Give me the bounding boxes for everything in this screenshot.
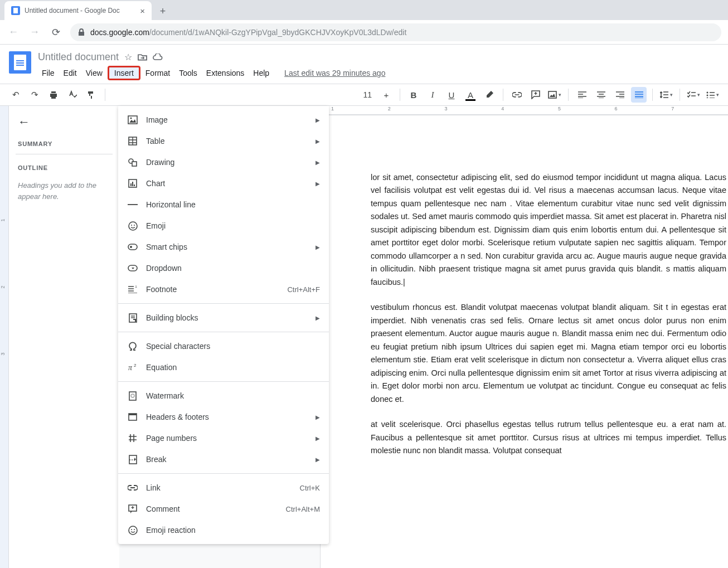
svg-point-29 bbox=[134, 529, 135, 530]
docs-logo[interactable] bbox=[9, 51, 31, 74]
checklist-button[interactable] bbox=[686, 87, 701, 103]
new-tab-button[interactable]: + bbox=[155, 3, 171, 19]
docs-favicon bbox=[11, 6, 20, 15]
browser-tab[interactable]: Untitled document - Google Doc × bbox=[4, 1, 152, 20]
paint-format-button[interactable] bbox=[84, 87, 99, 103]
menu-item-label: Chart bbox=[146, 179, 311, 188]
highlight-button[interactable] bbox=[482, 87, 497, 103]
underline-button[interactable]: U bbox=[444, 87, 459, 103]
menu-item-drawing[interactable]: Drawing▶ bbox=[118, 152, 329, 173]
menu-edit[interactable]: Edit bbox=[60, 66, 81, 80]
paragraph-text: vestibulum rhoncus est. Blandit volutpat… bbox=[371, 301, 726, 406]
menu-item-dropdown[interactable]: Dropdown bbox=[118, 258, 329, 279]
menu-item-comment[interactable]: CommentCtrl+Alt+M bbox=[118, 498, 329, 520]
menu-item-link[interactable]: LinkCtrl+K bbox=[118, 477, 329, 498]
menu-item-chart[interactable]: Chart▶ bbox=[118, 173, 329, 194]
svg-point-11 bbox=[129, 222, 137, 230]
close-tab-icon[interactable]: × bbox=[140, 6, 145, 16]
menu-item-emoji[interactable]: Emoji bbox=[118, 215, 329, 236]
print-button[interactable] bbox=[46, 87, 61, 103]
text-color-button[interactable]: A bbox=[463, 87, 478, 103]
back-button[interactable]: ← bbox=[7, 26, 20, 38]
svg-point-2 bbox=[706, 95, 708, 96]
menu-item-equation[interactable]: π2Equation bbox=[118, 357, 329, 378]
menu-tools[interactable]: Tools bbox=[175, 66, 201, 80]
align-left-button[interactable] bbox=[574, 87, 590, 103]
forward-button[interactable]: → bbox=[28, 26, 41, 38]
document-title[interactable]: Untitled document bbox=[38, 51, 119, 63]
menu-item-emoji-reaction[interactable]: Emoji reaction bbox=[118, 520, 329, 541]
move-icon[interactable] bbox=[138, 53, 147, 61]
menu-item-building-blocks[interactable]: Building blocks▶ bbox=[118, 307, 329, 328]
font-size-input[interactable]: 11 bbox=[360, 87, 375, 103]
menu-file[interactable]: File bbox=[38, 66, 59, 80]
menu-item-label: Horizontal line bbox=[146, 200, 320, 209]
insert-image-button[interactable] bbox=[547, 87, 562, 103]
menu-item-image[interactable]: Image▶ bbox=[118, 109, 329, 130]
undo-button[interactable]: ↶ bbox=[8, 87, 23, 103]
address-bar-row: ← → ⟳ docs.google.com/document/d/1wANQki… bbox=[0, 20, 728, 45]
toolbar-separator bbox=[568, 89, 569, 101]
insert-link-button[interactable] bbox=[509, 87, 525, 103]
bold-button[interactable]: B bbox=[406, 87, 421, 103]
font-size-increase[interactable]: + bbox=[378, 87, 394, 103]
outline-heading: OUTLINE bbox=[18, 164, 113, 171]
tab-strip: Untitled document - Google Doc × + bbox=[0, 0, 728, 20]
star-icon[interactable]: ☆ bbox=[124, 52, 132, 62]
svg-point-15 bbox=[130, 246, 132, 248]
menu-format[interactable]: Format bbox=[142, 66, 174, 80]
align-justify-button[interactable] bbox=[631, 87, 647, 103]
submenu-arrow-icon: ▶ bbox=[316, 117, 320, 123]
collapse-sidebar-button[interactable]: ← bbox=[18, 115, 113, 129]
menu-insert[interactable]: Insert bbox=[108, 66, 140, 80]
equation-icon: π2 bbox=[127, 362, 138, 373]
menu-item-footnote[interactable]: 1FootnoteCtrl+Alt+F bbox=[118, 279, 329, 300]
toolbar-separator bbox=[680, 89, 680, 101]
image-icon bbox=[127, 114, 138, 125]
last-edit-link[interactable]: Last edit was 29 minutes ago bbox=[284, 69, 385, 77]
menu-shortcut: Ctrl+Alt+F bbox=[287, 285, 320, 294]
cloud-status-icon[interactable] bbox=[153, 54, 163, 61]
menu-item-break[interactable]: Break▶ bbox=[118, 449, 329, 470]
menu-shortcut: Ctrl+Alt+M bbox=[286, 505, 320, 513]
align-center-button[interactable] bbox=[593, 87, 609, 103]
menu-item-label: Table bbox=[146, 137, 311, 145]
pagenum-icon bbox=[127, 433, 138, 444]
menu-item-table[interactable]: Table▶ bbox=[118, 130, 329, 152]
menu-extensions[interactable]: Extensions bbox=[202, 66, 248, 80]
reload-button[interactable]: ⟳ bbox=[49, 26, 62, 38]
menu-item-label: Headers & footers bbox=[146, 412, 311, 421]
reaction-icon bbox=[127, 525, 138, 536]
svg-text:π: π bbox=[128, 363, 133, 372]
menu-item-watermark[interactable]: Watermark bbox=[118, 385, 329, 406]
menu-help[interactable]: Help bbox=[249, 66, 273, 80]
bulleted-list-button[interactable] bbox=[705, 87, 720, 103]
menu-view[interactable]: View bbox=[82, 66, 106, 80]
add-comment-button[interactable] bbox=[528, 87, 543, 103]
menu-item-label: Link bbox=[146, 483, 300, 492]
italic-button[interactable]: I bbox=[425, 87, 440, 103]
menu-item-page-numbers[interactable]: Page numbers▶ bbox=[118, 428, 329, 449]
submenu-arrow-icon: ▶ bbox=[316, 138, 320, 144]
menu-shortcut: Ctrl+K bbox=[300, 484, 320, 492]
toolbar-separator bbox=[400, 89, 400, 101]
table-icon bbox=[127, 135, 138, 147]
menu-item-smart-chips[interactable]: Smart chips▶ bbox=[118, 236, 329, 258]
url-bar[interactable]: docs.google.com/document/d/1wANQkil-GzgY… bbox=[70, 23, 721, 41]
line-spacing-button[interactable] bbox=[658, 87, 674, 103]
menu-item-headers-footers[interactable]: Headers & footers▶ bbox=[118, 406, 329, 428]
toolbar: ↶ ↷ 11 + B I U A bbox=[0, 84, 728, 106]
svg-point-12 bbox=[131, 225, 132, 226]
menu-separator bbox=[118, 303, 329, 304]
sidebar-divider bbox=[16, 154, 113, 154]
align-right-button[interactable] bbox=[612, 87, 628, 103]
redo-button[interactable]: ↷ bbox=[27, 87, 42, 103]
spellcheck-button[interactable] bbox=[65, 87, 80, 103]
url-text: docs.google.com/document/d/1wANQkil-GzgY… bbox=[90, 28, 406, 37]
menu-item-horizontal-line[interactable]: Horizontal line bbox=[118, 194, 329, 215]
document-page[interactable]: lor sit amet, consectetur adipiscing eli… bbox=[320, 115, 728, 568]
menu-item-special-characters[interactable]: Special characters bbox=[118, 336, 329, 357]
insert-menu-dropdown[interactable]: Image▶Table▶Drawing▶Chart▶Horizontal lin… bbox=[118, 106, 329, 544]
headers-icon bbox=[127, 411, 138, 423]
summary-heading: SUMMARY bbox=[18, 140, 113, 147]
